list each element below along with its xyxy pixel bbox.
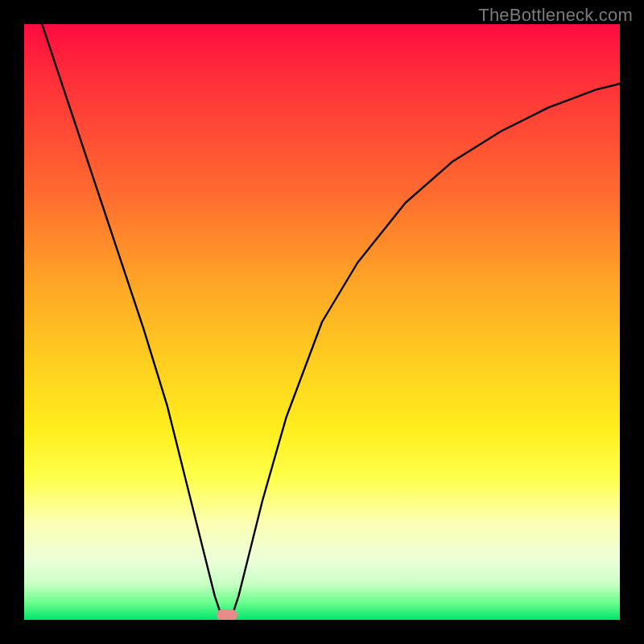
minimum-marker — [217, 609, 237, 620]
bottleneck-curve — [24, 24, 620, 620]
watermark-text: TheBottleneck.com — [478, 5, 633, 26]
plot-area — [24, 24, 620, 620]
chart-frame: TheBottleneck.com — [0, 0, 644, 644]
